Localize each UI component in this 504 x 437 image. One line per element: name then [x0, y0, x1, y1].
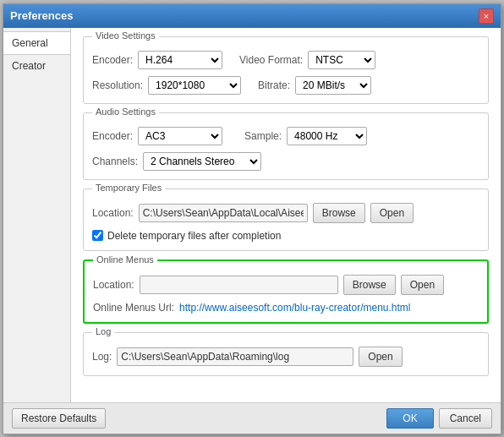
online-url-link[interactable]: http://www.aiseesoft.com/blu-ray-creator…: [179, 302, 410, 314]
delete-temp-checkbox[interactable]: [92, 230, 103, 241]
cancel-button[interactable]: Cancel: [439, 408, 492, 429]
resolution-group: Resolution: 1920*1080: [92, 76, 241, 95]
temp-location-row: Location: Browse Open: [92, 203, 479, 223]
audio-encoder-group: Encoder: AC3: [92, 127, 222, 145]
sample-select[interactable]: 48000 Hz: [287, 127, 367, 145]
encoder-select[interactable]: H.264: [138, 51, 222, 69]
log-open-button[interactable]: Open: [359, 347, 402, 367]
preferences-dialog: Preferences × General Creator Video Sett…: [3, 3, 501, 434]
restore-defaults-button[interactable]: Restore Defaults: [12, 408, 106, 429]
dialog-title: Preferences: [10, 9, 73, 22]
online-url-row: Online Menus Url: http://www.aiseesoft.c…: [93, 302, 479, 314]
title-bar: Preferences ×: [3, 4, 501, 28]
audio-encoder-label: Encoder:: [92, 130, 133, 142]
bitrate-select[interactable]: 20 MBit/s: [295, 76, 371, 95]
encoder-group: Encoder: H.264: [92, 51, 222, 69]
bitrate-label: Bitrate:: [258, 79, 290, 91]
online-url-label: Online Menus Url:: [93, 302, 174, 314]
log-label: Log:: [92, 351, 112, 363]
online-location-input[interactable]: [140, 276, 338, 294]
format-group: Video Format: NTSC: [239, 51, 375, 69]
temp-files-section: Temporary Files Location: Browse Open De…: [83, 188, 489, 251]
sample-label: Sample:: [244, 130, 282, 142]
temp-location-label: Location:: [92, 207, 134, 219]
bitrate-group: Bitrate: 20 MBit/s: [258, 76, 371, 95]
log-input[interactable]: [117, 347, 353, 366]
log-row: Log: Open: [92, 347, 479, 367]
online-menus-section: Online Menus Location: Browse Open Onlin…: [83, 259, 489, 324]
log-title: Log: [92, 326, 114, 336]
sample-group: Sample: 48000 Hz: [244, 127, 367, 145]
encoder-label: Encoder:: [92, 54, 133, 66]
sidebar-item-general[interactable]: General: [3, 31, 70, 55]
temp-files-title: Temporary Files: [92, 183, 165, 193]
log-section: Log Log: Open: [83, 332, 489, 376]
audio-settings-section: Audio Settings Encoder: AC3 Sample: 4800…: [83, 112, 489, 180]
bottom-bar: Restore Defaults OK Cancel: [3, 402, 501, 434]
sidebar-item-creator[interactable]: Creator: [3, 55, 70, 77]
online-location-label: Location:: [93, 279, 134, 291]
format-select[interactable]: NTSC: [308, 51, 375, 69]
resolution-label: Resolution:: [92, 79, 143, 91]
audio-row2: Channels: 2 Channels Stereo: [92, 152, 479, 171]
ok-button[interactable]: OK: [386, 408, 433, 429]
main-content: Video Settings Encoder: H.264 Video Form…: [71, 28, 501, 402]
close-button[interactable]: ×: [479, 8, 494, 24]
resolution-select[interactable]: 1920*1080: [148, 76, 241, 95]
temp-location-input[interactable]: [139, 204, 308, 222]
online-open-button[interactable]: Open: [401, 275, 444, 295]
channels-label: Channels:: [92, 156, 138, 167]
audio-settings-title: Audio Settings: [92, 107, 159, 117]
video-settings-title: Video Settings: [92, 30, 159, 41]
delete-temp-label: Delete temporary files after completion: [107, 230, 281, 242]
channels-select[interactable]: 2 Channels Stereo: [143, 152, 261, 171]
temp-open-button[interactable]: Open: [370, 203, 414, 223]
audio-row1: Encoder: AC3 Sample: 48000 Hz: [92, 127, 479, 145]
online-location-row: Location: Browse Open: [93, 275, 479, 295]
video-settings-section: Video Settings Encoder: H.264 Video Form…: [83, 36, 489, 104]
sidebar: General Creator: [3, 28, 71, 402]
audio-encoder-select[interactable]: AC3: [138, 127, 222, 145]
online-menus-title: Online Menus: [93, 254, 157, 265]
dialog-body: General Creator Video Settings Encoder: …: [3, 28, 501, 402]
video-row2: Resolution: 1920*1080 Bitrate: 20 MBit/s: [92, 76, 479, 95]
channels-group: Channels: 2 Channels Stereo: [92, 152, 261, 171]
online-browse-button[interactable]: Browse: [343, 275, 396, 295]
video-row1: Encoder: H.264 Video Format: NTSC: [92, 51, 479, 69]
temp-browse-button[interactable]: Browse: [313, 203, 365, 223]
bottom-right-buttons: OK Cancel: [386, 408, 492, 429]
temp-checkbox-row: Delete temporary files after completion: [92, 230, 479, 242]
format-label: Video Format:: [239, 54, 303, 66]
